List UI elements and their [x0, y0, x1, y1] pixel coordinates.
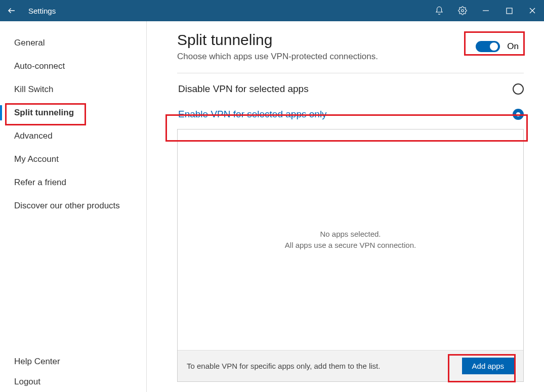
settings-gear-icon[interactable] — [451, 6, 474, 15]
sidebar: General Auto-connect Kill Switch Split t… — [0, 21, 147, 392]
toggle-knob — [490, 42, 498, 51]
svg-point-1 — [462, 10, 464, 12]
sidebar-item-my-account[interactable]: My Account — [0, 148, 146, 171]
content-header: Split tunneling Choose which apps use VP… — [177, 31, 524, 62]
toggle-state-label: On — [507, 41, 519, 52]
apps-empty-state: No apps selected. All apps use a secure … — [178, 129, 523, 350]
sidebar-item-help-center[interactable]: Help Center — [0, 352, 146, 372]
apps-panel-footer: To enable VPN for specific apps only, ad… — [178, 350, 523, 381]
back-button[interactable] — [0, 6, 23, 15]
apps-footer-text: To enable VPN for specific apps only, ad… — [187, 362, 380, 370]
sidebar-item-kill-switch[interactable]: Kill Switch — [0, 78, 146, 101]
page-subheading: Choose which apps use VPN-protected conn… — [177, 52, 378, 62]
sidebar-item-discover[interactable]: Discover our other products — [0, 194, 146, 217]
divider — [177, 73, 524, 73]
sidebar-item-refer[interactable]: Refer a friend — [0, 171, 146, 194]
svg-rect-3 — [507, 8, 512, 14]
option-enable-vpn-only[interactable]: Enable VPN for selected apps only — [177, 102, 524, 127]
radio-on-icon — [513, 109, 524, 120]
sidebar-item-logout[interactable]: Logout — [0, 372, 146, 392]
minimize-button[interactable] — [474, 7, 497, 14]
split-tunneling-toggle-wrap: On — [471, 39, 524, 54]
sidebar-item-split-tunneling[interactable]: Split tunneling — [0, 101, 146, 124]
option-disable-vpn-label: Disable VPN for selected apps — [178, 83, 309, 95]
main-area: General Auto-connect Kill Switch Split t… — [0, 21, 544, 392]
sidebar-item-general[interactable]: General — [0, 31, 146, 55]
content-pane: Split tunneling Choose which apps use VP… — [147, 21, 544, 392]
notifications-icon[interactable] — [428, 6, 451, 15]
apps-empty-line1: No apps selected. — [320, 229, 381, 240]
radio-off-icon — [513, 83, 524, 95]
close-button[interactable] — [521, 7, 544, 14]
add-apps-button[interactable]: Add apps — [462, 358, 514, 374]
titlebar: Settings — [0, 0, 544, 21]
sidebar-item-auto-connect[interactable]: Auto-connect — [0, 55, 146, 78]
maximize-button[interactable] — [497, 8, 521, 14]
window-title: Settings — [23, 7, 56, 15]
option-enable-vpn-only-label: Enable VPN for selected apps only — [178, 109, 327, 120]
option-disable-vpn[interactable]: Disable VPN for selected apps — [177, 76, 524, 102]
apps-empty-line2: All apps use a secure VPN connection. — [285, 240, 416, 251]
sidebar-item-advanced[interactable]: Advanced — [0, 124, 146, 148]
split-tunneling-toggle[interactable] — [476, 41, 500, 52]
apps-list-panel: No apps selected. All apps use a secure … — [177, 129, 524, 382]
page-heading: Split tunneling — [177, 31, 378, 49]
